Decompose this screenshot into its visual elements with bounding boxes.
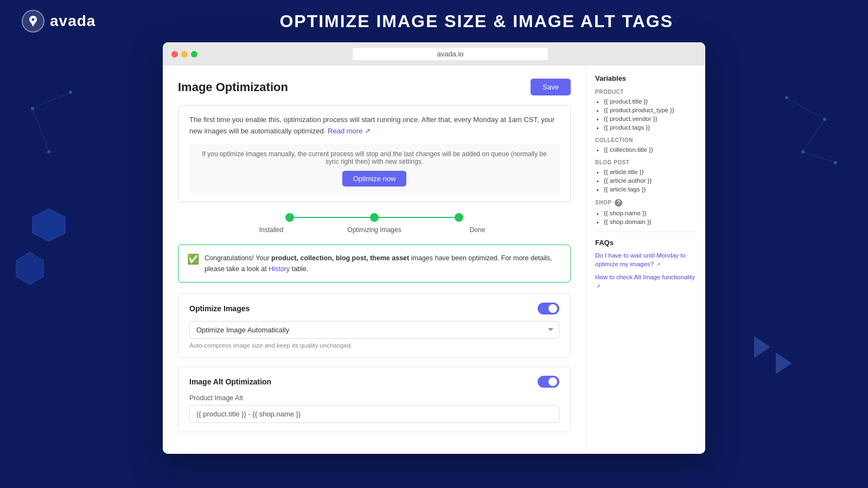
save-button[interactable]: Save	[531, 79, 571, 95]
collection-var-list: {{ collection.title }}	[595, 146, 697, 153]
svg-line-3	[33, 92, 71, 108]
list-item: {{ product.product_type }}	[604, 107, 697, 113]
success-text: Congratulations! Your product, collectio…	[205, 253, 561, 274]
svg-marker-13	[776, 352, 792, 374]
product-category-label: PRODUCT	[595, 89, 697, 95]
image-alt-toggle[interactable]	[538, 376, 559, 388]
browser-content: Image Optimization Save The first time y…	[163, 66, 705, 454]
close-button-dot[interactable]	[171, 51, 178, 57]
page-header: avada OPTIMIZE IMAGE SIZE & IMAGE ALT TA…	[0, 0, 868, 42]
external-link-icon: ↗	[656, 261, 661, 268]
collection-category-label: COLLECTION	[595, 137, 697, 143]
svg-point-6	[823, 118, 826, 121]
variables-title: Variables	[595, 74, 697, 82]
list-item: {{ collection.title }}	[604, 146, 697, 153]
main-panel: Image Optimization Save The first time y…	[163, 66, 586, 454]
step-2-dot	[370, 213, 379, 222]
list-item: {{ shop.domain }}	[604, 219, 697, 225]
svg-marker-12	[754, 336, 770, 358]
list-item: {{ article.title }}	[604, 169, 697, 175]
blog-post-category-label: BLOG POST	[595, 159, 697, 165]
url-bar[interactable]: avada.io	[353, 48, 548, 60]
read-more-link[interactable]: Read more ↗	[328, 127, 371, 135]
svg-point-1	[69, 91, 72, 94]
logo-area: avada	[22, 10, 95, 33]
list-item: {{ article.author }}	[604, 177, 697, 184]
toggle-slider	[538, 303, 559, 314]
right-sidebar: Variables PRODUCT {{ product.title }} {{…	[586, 66, 705, 454]
manual-notice: If you optimize images manually, the cur…	[189, 144, 559, 193]
browser-chrome: avada.io	[163, 42, 705, 66]
page-heading-row: Image Optimization Save	[178, 79, 571, 95]
list-item: {{ product.tags }}	[604, 124, 697, 131]
traffic-lights	[171, 51, 197, 57]
product-image-alt-label: Product Image Alt	[189, 394, 559, 402]
external-link-icon-2: ↗	[596, 283, 601, 290]
manual-notice-text: If you optimize images manually, the cur…	[198, 150, 551, 165]
success-banner: ✅ Congratulations! Your product, collect…	[178, 245, 571, 282]
logo-text: avada	[50, 12, 95, 30]
svg-line-10	[803, 119, 825, 152]
product-image-alt-input[interactable]	[189, 405, 559, 423]
optimize-images-title: Optimize Images	[189, 304, 250, 313]
logo-icon	[22, 10, 44, 33]
step-line-2	[379, 217, 455, 218]
info-text: The first time you enable this, optimiza…	[189, 114, 559, 137]
image-alt-section: Image Alt Optimization Product Image Alt	[178, 367, 571, 432]
list-item: {{ article.tags }}	[604, 186, 697, 192]
history-link[interactable]: History	[269, 265, 290, 273]
svg-line-4	[33, 108, 49, 152]
faq1-link[interactable]: Do I have to wait until Monday to optimi…	[595, 251, 697, 268]
minimize-button-dot[interactable]	[181, 51, 188, 57]
faqs-title: FAQs	[595, 239, 697, 247]
svg-point-0	[31, 107, 34, 110]
product-var-list: {{ product.title }} {{ product.product_t…	[595, 98, 697, 131]
optimize-now-button[interactable]: Optimize now	[342, 171, 407, 187]
shop-help-icon[interactable]: ?	[615, 199, 622, 207]
step-labels: Installed Optimizing Images Done	[233, 226, 515, 234]
image-alt-title: Image Alt Optimization	[189, 377, 271, 386]
optimize-images-section: Optimize Images Optimize Image Automatic…	[178, 293, 571, 358]
step-1-dot	[285, 213, 294, 222]
sidebar-divider	[595, 232, 697, 232]
faq2-link[interactable]: How to check Alt Image functionality ↗	[595, 273, 697, 290]
success-check-icon: ✅	[187, 253, 199, 265]
main-page-title: OPTIMIZE IMAGE SIZE & IMAGE ALT TAGS	[106, 11, 846, 31]
info-box: The first time you enable this, optimiza…	[178, 105, 571, 202]
svg-point-7	[801, 150, 805, 153]
image-alt-header: Image Alt Optimization	[189, 376, 559, 388]
step-3-label: Done	[445, 226, 510, 234]
svg-marker-15	[16, 252, 43, 285]
step-2-label: Optimizing Images	[342, 226, 407, 234]
blog-post-var-list: {{ article.title }} {{ article.author }}…	[595, 169, 697, 192]
list-item: {{ product.vendor }}	[604, 115, 697, 122]
maximize-button-dot[interactable]	[191, 51, 197, 57]
svg-line-11	[803, 152, 835, 163]
step-line-1	[294, 217, 370, 218]
svg-marker-14	[33, 209, 65, 241]
optimize-images-toggle[interactable]	[538, 303, 559, 314]
progress-steps	[178, 213, 571, 222]
list-item: {{ product.title }}	[604, 98, 697, 105]
step-3-dot	[455, 213, 463, 222]
page-heading: Image Optimization	[178, 80, 288, 94]
svg-point-2	[47, 150, 50, 153]
progress-area: Installed Optimizing Images Done	[178, 213, 571, 234]
optimize-images-header: Optimize Images	[189, 303, 559, 314]
browser-window: avada.io Image Optimization Save The fir…	[163, 42, 705, 454]
svg-point-5	[785, 96, 788, 99]
list-item: {{ shop.name }}	[604, 210, 697, 216]
optimize-help-text: Auto-compress image size and keep its qu…	[189, 342, 559, 349]
shop-category-label: SHOP ?	[595, 199, 697, 207]
svg-line-9	[787, 98, 825, 119]
step-1-label: Installed	[239, 226, 304, 234]
optimize-mode-select[interactable]: Optimize Image AutomaticallyOptimize Ima…	[189, 321, 559, 339]
svg-point-8	[834, 161, 837, 164]
image-alt-toggle-slider	[538, 376, 559, 388]
shop-var-list: {{ shop.name }} {{ shop.domain }}	[595, 210, 697, 225]
